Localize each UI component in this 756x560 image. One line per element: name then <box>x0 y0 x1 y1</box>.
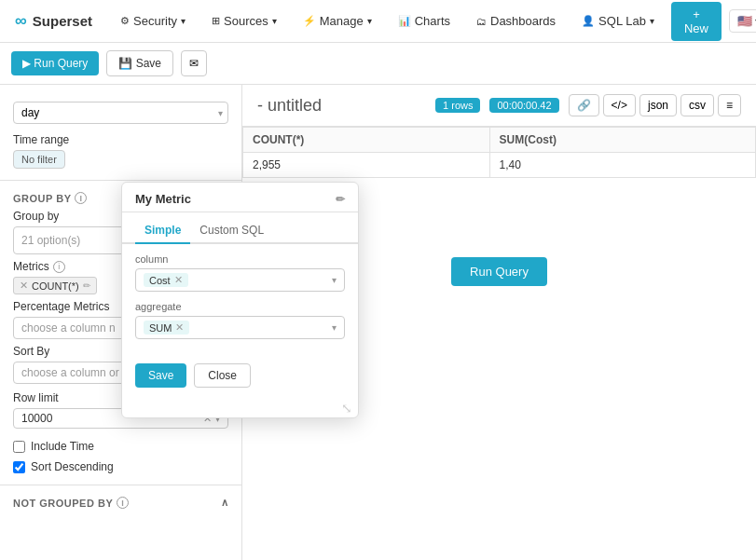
column-select[interactable]: Cost ✕ ▾ <box>135 268 345 292</box>
time-grain-section: day <box>0 94 241 131</box>
nav-sql-lab[interactable]: 👤 SQL Lab ▾ <box>572 0 664 43</box>
data-table: COUNT(*) SUM(Cost) 2,955 1,40 <box>242 127 756 178</box>
time-range-section: Time range No filter <box>0 131 241 176</box>
save-button[interactable]: 💾 Save <box>106 50 173 76</box>
chevron-down-icon: ▾ <box>272 16 277 26</box>
tab-custom-sql[interactable]: Custom SQL <box>190 218 273 244</box>
modal-header: My Metric ✏ <box>122 183 358 212</box>
toolbar: ▶ Run Query 💾 Save ✉ <box>0 43 756 85</box>
modal-tabs: Simple Custom SQL <box>122 218 358 244</box>
sort-desc-label: Sort Descending <box>31 460 114 473</box>
modal-title: My Metric <box>135 192 191 206</box>
table-icon: ⊞ <box>212 15 220 27</box>
resize-handle[interactable]: ⤡ <box>122 399 358 417</box>
main-layout: day Time range No filter GROUP BY i ∨ Gr… <box>0 85 756 560</box>
not-grouped-by-label: NOT GROUPED BY <box>13 498 113 509</box>
brand[interactable]: ∞ Superset <box>15 11 92 31</box>
edit-metric-icon[interactable]: ✏ <box>83 280 90 291</box>
navbar: ∞ Superset ⚙ Security ▾ ⊞ Sources ▾ ⚡ Ma… <box>0 0 756 43</box>
right-toolbar: 🔗 </> json csv ≡ <box>569 94 741 116</box>
col-sum-header: SUM(Cost) <box>489 128 755 153</box>
nav-manage[interactable]: ⚡ Manage ▾ <box>294 0 381 43</box>
nav-charts[interactable]: 📊 Charts <box>389 0 460 43</box>
link-button[interactable]: 🔗 <box>569 94 599 116</box>
edit-title-icon[interactable]: ✏ <box>336 193 345 206</box>
new-button[interactable]: + New <box>671 2 722 41</box>
time-range-label: Time range <box>13 133 228 146</box>
modal-save-button[interactable]: Save <box>135 363 186 388</box>
modal-body: column Cost ✕ ▾ aggregate SUM ✕ ▾ <box>122 244 358 358</box>
aggregate-label: aggregate <box>135 301 345 312</box>
group-by-info-icon[interactable]: i <box>75 192 87 204</box>
column-value-tag: Cost ✕ <box>144 273 188 287</box>
page-title: - untitled <box>257 96 426 116</box>
json-button[interactable]: json <box>639 94 677 116</box>
sort-desc-row: Sort Descending <box>0 457 241 477</box>
column-value: Cost <box>149 275 171 286</box>
aggregate-value-tag: SUM ✕ <box>144 321 189 335</box>
metrics-info-icon[interactable]: i <box>53 261 65 273</box>
right-header: - untitled 1 rows 00:00:00.42 🔗 </> json… <box>242 85 756 127</box>
user-icon: 👤 <box>582 15 595 27</box>
column-label: column <box>135 253 345 265</box>
navbar-right: + New 🇺🇸 ▾ 👤 ▾ <box>671 2 756 41</box>
cell-count: 2,955 <box>243 153 490 178</box>
col-count-header: COUNT(*) <box>243 128 490 153</box>
metric-modal: My Metric ✏ Simple Custom SQL column Cos… <box>121 182 359 418</box>
sort-desc-checkbox[interactable] <box>13 461 25 473</box>
nav-sources[interactable]: ⊞ Sources ▾ <box>202 0 286 43</box>
remove-column-icon[interactable]: ✕ <box>174 274 183 286</box>
more-button[interactable]: ≡ <box>718 94 741 116</box>
time-grain-select[interactable]: day <box>13 102 228 124</box>
csv-button[interactable]: csv <box>680 94 714 116</box>
brand-name: Superset <box>33 13 92 29</box>
group-by-label: GROUP BY <box>13 193 71 204</box>
dashboard-icon: 🗂 <box>476 16 487 27</box>
chevron-down-icon: ▾ <box>367 16 372 26</box>
lightning-icon: ⚡ <box>303 15 316 27</box>
include-time-checkbox[interactable] <box>13 441 25 453</box>
column-chevron-icon[interactable]: ▾ <box>332 275 337 285</box>
time-badge: 00:00:00.42 <box>489 98 558 113</box>
language-selector[interactable]: 🇺🇸 ▾ <box>729 9 756 33</box>
time-grain-select-wrapper: day <box>13 102 228 124</box>
flag-icon: 🇺🇸 <box>737 14 752 28</box>
not-grouped-info-icon[interactable]: i <box>117 497 129 509</box>
metric-count-label: COUNT(*) <box>32 280 79 292</box>
cell-sum: 1,40 <box>489 153 755 178</box>
not-grouped-expand-icon[interactable]: ∧ <box>221 497 229 509</box>
tab-simple[interactable]: Simple <box>135 218 190 244</box>
modal-close-button[interactable]: Close <box>194 363 251 388</box>
chevron-down-icon: ▾ <box>181 16 186 26</box>
remove-aggregate-icon[interactable]: ✕ <box>175 321 184 334</box>
remove-count-icon[interactable]: ✕ <box>20 280 28 292</box>
not-grouped-by-header: NOT GROUPED BY i ∧ <box>0 489 241 512</box>
rows-badge: 1 rows <box>435 98 480 113</box>
run-query-center-button[interactable]: Run Query <box>451 257 547 286</box>
email-button[interactable]: ✉ <box>181 50 207 76</box>
shield-icon: ⚙ <box>120 15 130 27</box>
nav-security[interactable]: ⚙ Security ▾ <box>111 0 195 43</box>
include-time-label: Include Time <box>31 440 94 453</box>
table-row: 2,955 1,40 <box>243 153 756 178</box>
modal-footer: Save Close <box>122 358 358 399</box>
time-range-value[interactable]: No filter <box>13 150 65 169</box>
nav-dashboards[interactable]: 🗂 Dashboards <box>467 0 565 43</box>
include-time-row: Include Time <box>0 436 241 457</box>
metric-tag-count[interactable]: ✕ COUNT(*) ✏ <box>13 277 97 294</box>
group-by-placeholder: 21 option(s) <box>21 234 80 247</box>
aggregate-select[interactable]: SUM ✕ ▾ <box>135 316 345 339</box>
aggregate-chevron-icon[interactable]: ▾ <box>332 322 337 333</box>
code-button[interactable]: </> <box>603 94 636 116</box>
chevron-down-icon: ▾ <box>650 16 654 26</box>
brand-icon: ∞ <box>15 11 27 31</box>
bar-chart-icon: 📊 <box>398 15 411 27</box>
run-query-button[interactable]: ▶ Run Query <box>11 51 99 75</box>
aggregate-value: SUM <box>149 322 172 334</box>
